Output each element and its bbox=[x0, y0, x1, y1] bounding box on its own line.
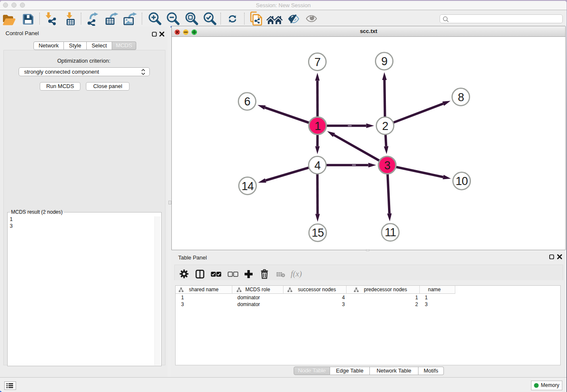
svg-text:10: 10 bbox=[456, 175, 468, 188]
svg-text:8: 8 bbox=[458, 91, 464, 104]
svg-text:2: 2 bbox=[382, 120, 388, 133]
svg-text:3: 3 bbox=[384, 159, 390, 172]
svg-text:6: 6 bbox=[244, 95, 250, 108]
svg-text:9: 9 bbox=[381, 55, 387, 68]
svg-text:4: 4 bbox=[314, 159, 321, 172]
svg-text:15: 15 bbox=[311, 226, 323, 239]
svg-text:14: 14 bbox=[242, 180, 254, 193]
svg-text:11: 11 bbox=[385, 226, 396, 239]
svg-text:7: 7 bbox=[314, 56, 320, 69]
svg-text:1: 1 bbox=[314, 120, 320, 133]
